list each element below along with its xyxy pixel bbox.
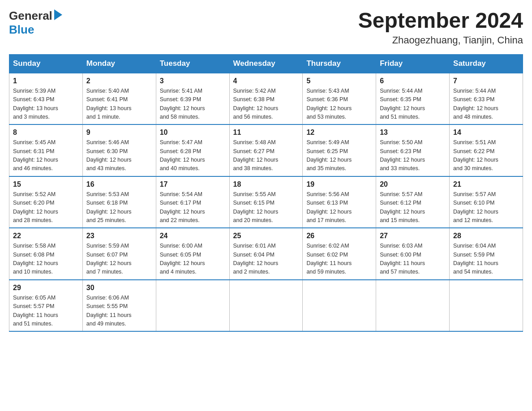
day-number: 27	[380, 232, 446, 240]
day-info: Sunrise: 5:43 AMSunset: 6:36 PMDaylight:…	[306, 87, 372, 122]
calendar-cell: 29 Sunrise: 6:05 AMSunset: 5:57 PMDaylig…	[9, 280, 83, 332]
logo-blue-text: Blue	[9, 23, 34, 37]
day-number: 24	[160, 232, 226, 240]
column-header-friday: Friday	[376, 54, 450, 73]
day-info: Sunrise: 5:54 AMSunset: 6:17 PMDaylight:…	[160, 190, 226, 225]
calendar-cell: 10 Sunrise: 5:47 AMSunset: 6:28 PMDaylig…	[156, 124, 229, 176]
day-info: Sunrise: 5:45 AMSunset: 6:31 PMDaylight:…	[13, 138, 79, 173]
day-number: 17	[160, 180, 226, 188]
day-info: Sunrise: 5:40 AMSunset: 6:41 PMDaylight:…	[86, 87, 152, 122]
month-year-title: September 2024	[358, 9, 523, 33]
calendar-cell: 4 Sunrise: 5:42 AMSunset: 6:38 PMDayligh…	[229, 73, 303, 125]
day-number: 5	[306, 77, 372, 85]
calendar-week-row: 8 Sunrise: 5:45 AMSunset: 6:31 PMDayligh…	[9, 124, 523, 176]
calendar-week-row: 15 Sunrise: 5:52 AMSunset: 6:20 PMDaylig…	[9, 176, 523, 228]
page-header: General Blue September 2024 Zhaogezhuang…	[9, 9, 523, 46]
day-number: 26	[306, 232, 372, 240]
day-info: Sunrise: 5:57 AMSunset: 6:10 PMDaylight:…	[453, 190, 519, 225]
day-info: Sunrise: 5:59 AMSunset: 6:07 PMDaylight:…	[86, 242, 152, 277]
calendar-cell: 22 Sunrise: 5:58 AMSunset: 6:08 PMDaylig…	[9, 228, 83, 280]
logo: General Blue	[9, 9, 62, 37]
day-info: Sunrise: 5:52 AMSunset: 6:20 PMDaylight:…	[13, 190, 79, 225]
calendar-header-row: SundayMondayTuesdayWednesdayThursdayFrid…	[9, 54, 523, 73]
day-number: 2	[86, 77, 152, 85]
calendar-cell: 11 Sunrise: 5:48 AMSunset: 6:27 PMDaylig…	[229, 124, 303, 176]
day-info: Sunrise: 5:50 AMSunset: 6:23 PMDaylight:…	[380, 138, 446, 173]
calendar-cell	[229, 280, 303, 332]
day-info: Sunrise: 6:02 AMSunset: 6:02 PMDaylight:…	[306, 242, 372, 277]
day-number: 16	[86, 180, 152, 188]
day-info: Sunrise: 5:44 AMSunset: 6:33 PMDaylight:…	[453, 87, 519, 122]
calendar-cell: 9 Sunrise: 5:46 AMSunset: 6:30 PMDayligh…	[82, 124, 156, 176]
day-number: 30	[86, 284, 152, 292]
calendar-cell: 5 Sunrise: 5:43 AMSunset: 6:36 PMDayligh…	[303, 73, 376, 125]
day-number: 1	[13, 77, 79, 85]
day-number: 8	[13, 128, 79, 137]
calendar-cell: 15 Sunrise: 5:52 AMSunset: 6:20 PMDaylig…	[9, 176, 83, 228]
day-info: Sunrise: 6:05 AMSunset: 5:57 PMDaylight:…	[13, 294, 79, 329]
calendar-cell: 12 Sunrise: 5:49 AMSunset: 6:25 PMDaylig…	[303, 124, 376, 176]
calendar-cell	[156, 280, 229, 332]
calendar-cell: 7 Sunrise: 5:44 AMSunset: 6:33 PMDayligh…	[450, 73, 523, 125]
day-info: Sunrise: 5:56 AMSunset: 6:13 PMDaylight:…	[306, 190, 372, 225]
calendar-cell: 16 Sunrise: 5:53 AMSunset: 6:18 PMDaylig…	[82, 176, 156, 228]
day-info: Sunrise: 5:51 AMSunset: 6:22 PMDaylight:…	[453, 138, 519, 173]
title-area: September 2024 Zhaogezhuang, Tianjin, Ch…	[358, 9, 523, 46]
calendar-cell: 3 Sunrise: 5:41 AMSunset: 6:39 PMDayligh…	[156, 73, 229, 125]
calendar-cell: 13 Sunrise: 5:50 AMSunset: 6:23 PMDaylig…	[376, 124, 450, 176]
day-number: 22	[13, 232, 79, 240]
calendar-cell: 25 Sunrise: 6:01 AMSunset: 6:04 PMDaylig…	[229, 228, 303, 280]
calendar-cell: 2 Sunrise: 5:40 AMSunset: 6:41 PMDayligh…	[82, 73, 156, 125]
day-info: Sunrise: 6:00 AMSunset: 6:05 PMDaylight:…	[160, 242, 226, 277]
calendar-cell: 6 Sunrise: 5:44 AMSunset: 6:35 PMDayligh…	[376, 73, 450, 125]
calendar-cell: 19 Sunrise: 5:56 AMSunset: 6:13 PMDaylig…	[303, 176, 376, 228]
calendar-cell: 28 Sunrise: 6:04 AMSunset: 5:59 PMDaylig…	[450, 228, 523, 280]
day-number: 15	[13, 180, 79, 188]
day-number: 11	[233, 128, 299, 137]
calendar-cell: 20 Sunrise: 5:57 AMSunset: 6:12 PMDaylig…	[376, 176, 450, 228]
day-number: 21	[453, 180, 519, 188]
day-info: Sunrise: 6:01 AMSunset: 6:04 PMDaylight:…	[233, 242, 299, 277]
day-number: 7	[453, 77, 519, 85]
calendar-cell: 24 Sunrise: 6:00 AMSunset: 6:05 PMDaylig…	[156, 228, 229, 280]
day-info: Sunrise: 5:58 AMSunset: 6:08 PMDaylight:…	[13, 242, 79, 277]
calendar-week-row: 1 Sunrise: 5:39 AMSunset: 6:43 PMDayligh…	[9, 73, 523, 125]
day-number: 6	[380, 77, 446, 85]
column-header-saturday: Saturday	[450, 54, 523, 73]
column-header-monday: Monday	[82, 54, 156, 73]
logo-triangle-icon	[54, 9, 62, 20]
day-number: 3	[160, 77, 226, 85]
calendar-cell: 26 Sunrise: 6:02 AMSunset: 6:02 PMDaylig…	[303, 228, 376, 280]
day-number: 23	[86, 232, 152, 240]
calendar-cell: 18 Sunrise: 5:55 AMSunset: 6:15 PMDaylig…	[229, 176, 303, 228]
logo-general-text: General	[9, 9, 52, 23]
calendar-cell	[303, 280, 376, 332]
day-number: 18	[233, 180, 299, 188]
day-number: 20	[380, 180, 446, 188]
day-info: Sunrise: 5:39 AMSunset: 6:43 PMDaylight:…	[13, 87, 79, 122]
column-header-thursday: Thursday	[303, 54, 376, 73]
day-number: 14	[453, 128, 519, 137]
day-info: Sunrise: 6:03 AMSunset: 6:00 PMDaylight:…	[380, 242, 446, 277]
calendar-cell: 27 Sunrise: 6:03 AMSunset: 6:00 PMDaylig…	[376, 228, 450, 280]
day-info: Sunrise: 5:49 AMSunset: 6:25 PMDaylight:…	[306, 138, 372, 173]
day-info: Sunrise: 6:06 AMSunset: 5:55 PMDaylight:…	[86, 294, 152, 329]
calendar-cell: 1 Sunrise: 5:39 AMSunset: 6:43 PMDayligh…	[9, 73, 83, 125]
day-number: 25	[233, 232, 299, 240]
column-header-tuesday: Tuesday	[156, 54, 229, 73]
day-info: Sunrise: 5:47 AMSunset: 6:28 PMDaylight:…	[160, 138, 226, 173]
column-header-wednesday: Wednesday	[229, 54, 303, 73]
day-number: 13	[380, 128, 446, 137]
calendar-cell: 17 Sunrise: 5:54 AMSunset: 6:17 PMDaylig…	[156, 176, 229, 228]
day-number: 9	[86, 128, 152, 137]
calendar-cell: 14 Sunrise: 5:51 AMSunset: 6:22 PMDaylig…	[450, 124, 523, 176]
calendar-cell: 30 Sunrise: 6:06 AMSunset: 5:55 PMDaylig…	[82, 280, 156, 332]
calendar-cell	[376, 280, 450, 332]
calendar-cell: 21 Sunrise: 5:57 AMSunset: 6:10 PMDaylig…	[450, 176, 523, 228]
day-info: Sunrise: 5:42 AMSunset: 6:38 PMDaylight:…	[233, 87, 299, 122]
calendar-week-row: 29 Sunrise: 6:05 AMSunset: 5:57 PMDaylig…	[9, 280, 523, 332]
day-number: 12	[306, 128, 372, 137]
day-info: Sunrise: 5:41 AMSunset: 6:39 PMDaylight:…	[160, 87, 226, 122]
day-number: 19	[306, 180, 372, 188]
calendar-table: SundayMondayTuesdayWednesdayThursdayFrid…	[9, 54, 523, 332]
